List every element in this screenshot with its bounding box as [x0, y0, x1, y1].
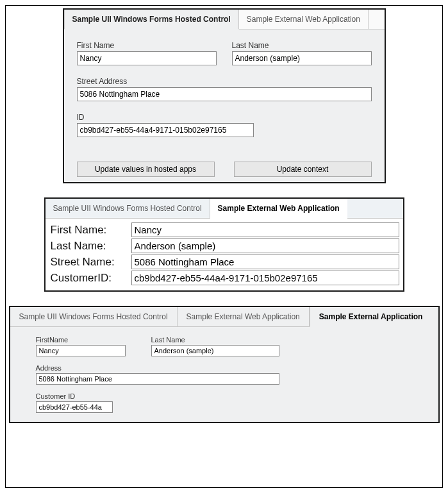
customer-id-field[interactable]: [36, 401, 113, 413]
tab-external-web[interactable]: Sample External Web Application: [178, 307, 310, 327]
last-name-label: Last Name:: [49, 240, 131, 253]
first-name-field[interactable]: [36, 345, 126, 356]
panel-external-web: Sample UII Windows Forms Hosted Control …: [44, 197, 404, 292]
update-context-button[interactable]: Update context: [234, 162, 372, 177]
panel-external-app: Sample UII Windows Forms Hosted Control …: [9, 306, 440, 423]
street-name-field[interactable]: [131, 255, 399, 269]
tabs: Sample UII Windows Forms Hosted Control …: [46, 199, 403, 219]
last-name-label: Last Name: [232, 41, 372, 50]
update-hosted-apps-button[interactable]: Update values in hosted apps: [77, 162, 215, 177]
tab-hosted-control[interactable]: Sample UII Windows Forms Hosted Control: [64, 10, 239, 29]
tab-hosted-control[interactable]: Sample UII Windows Forms Hosted Control: [46, 199, 210, 219]
street-name-label: Street Name:: [49, 256, 131, 269]
address-field[interactable]: [36, 373, 279, 385]
street-address-label: Street Address: [77, 77, 372, 86]
street-address-field[interactable]: [77, 87, 372, 101]
tab-external-web[interactable]: Sample External Web Application: [210, 199, 347, 219]
id-label: ID: [77, 113, 254, 122]
first-name-label: First Name:: [49, 224, 131, 237]
customer-id-field[interactable]: [131, 271, 399, 285]
last-name-label: Last Name: [151, 336, 279, 344]
first-name-label: FirstName: [36, 336, 126, 344]
id-field[interactable]: [77, 123, 254, 137]
tab-external-web[interactable]: Sample External Web Application: [239, 10, 369, 29]
address-label: Address: [36, 364, 279, 372]
customer-id-label: CustomerID:: [49, 272, 131, 285]
last-name-field[interactable]: [151, 345, 279, 356]
tab-hosted-control[interactable]: Sample UII Windows Forms Hosted Control: [10, 307, 178, 327]
last-name-field[interactable]: [232, 51, 372, 65]
first-name-field[interactable]: [131, 222, 399, 237]
tabs: Sample UII Windows Forms Hosted Control …: [10, 307, 438, 327]
panel-hosted-control: Sample UII Windows Forms Hosted Control …: [63, 8, 386, 183]
first-name-label: First Name: [77, 41, 217, 50]
tabs: Sample UII Windows Forms Hosted Control …: [64, 10, 385, 29]
tab-external-app[interactable]: Sample External Application: [310, 307, 432, 327]
last-name-field[interactable]: [131, 238, 399, 253]
customer-id-label: Customer ID: [36, 392, 113, 400]
first-name-field[interactable]: [77, 51, 217, 65]
